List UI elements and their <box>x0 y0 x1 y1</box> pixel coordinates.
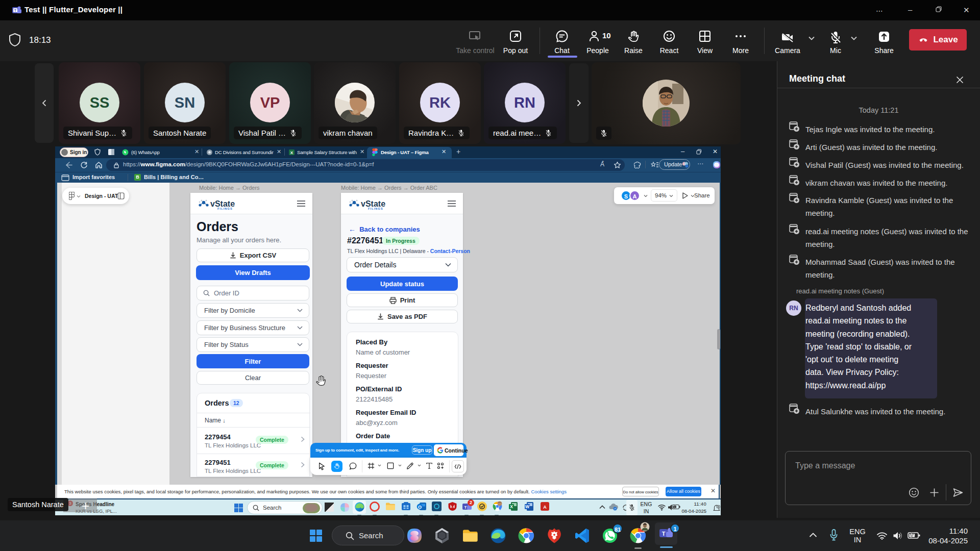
svg-text:FILINGS: FILINGS <box>368 207 383 210</box>
svg-text:A: A <box>543 505 547 510</box>
svg-text:X: X <box>290 151 293 155</box>
svg-text:T: T <box>662 531 666 537</box>
svg-text:T: T <box>464 505 467 510</box>
svg-text:X: X <box>510 504 513 509</box>
svg-text:W: W <box>525 504 530 509</box>
svg-text:FILINGS: FILINGS <box>217 207 233 210</box>
svg-text:T: T <box>14 9 17 12</box>
svg-text:O: O <box>418 505 422 510</box>
